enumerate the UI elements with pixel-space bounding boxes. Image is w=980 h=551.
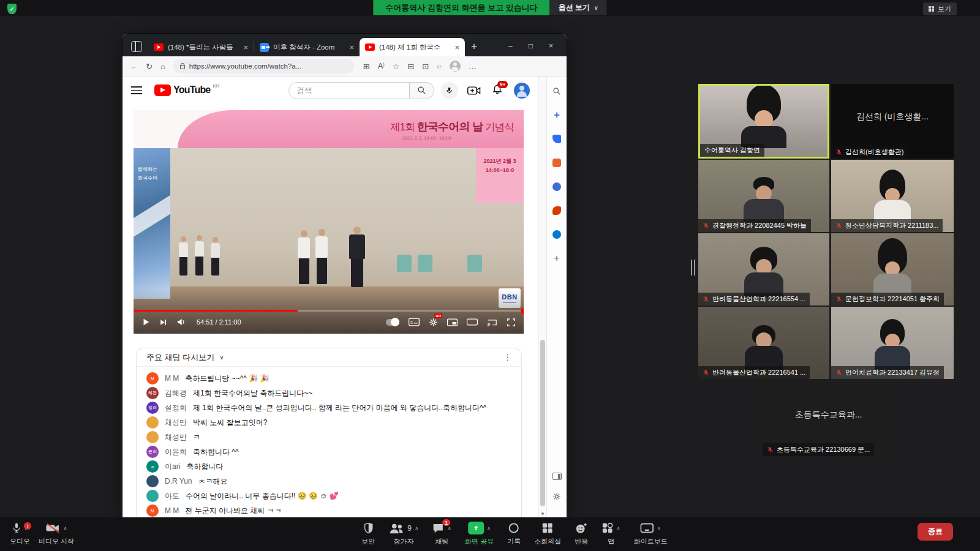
- youtube-avatar[interactable]: [514, 83, 530, 99]
- page-scrollbar[interactable]: ▼: [538, 77, 546, 517]
- apps-button[interactable]: ∧ 앱: [601, 517, 620, 546]
- penguin-avatar[interactable]: [146, 490, 159, 502]
- view-options-button[interactable]: 옵션 보기 ∨: [550, 0, 607, 15]
- search-button[interactable]: [410, 82, 434, 99]
- reactions-button[interactable]: 반응: [575, 517, 588, 546]
- voice-search-button[interactable]: [441, 82, 458, 99]
- subtitles-button[interactable]: [409, 318, 420, 326]
- cast-button[interactable]: [487, 318, 497, 326]
- chevron-up-icon[interactable]: ∧: [657, 525, 661, 531]
- participants-button[interactable]: 9 ∧ 참가자: [388, 517, 418, 546]
- office-icon[interactable]: [552, 206, 562, 216]
- tiger-avatar[interactable]: [146, 416, 159, 429]
- sidebar-panel-icon[interactable]: [552, 473, 562, 480]
- settings-gear-icon[interactable]: [552, 492, 561, 503]
- avatar[interactable]: 윤희: [146, 446, 159, 458]
- browser-profile-avatar[interactable]: [450, 61, 461, 72]
- chat-menu-icon[interactable]: ⋮: [503, 353, 511, 362]
- video-progress-bar[interactable]: [134, 310, 524, 312]
- search-icon[interactable]: [552, 86, 562, 96]
- chevron-up-icon[interactable]: ∧: [448, 525, 452, 531]
- favorites-icon[interactable]: ☆: [393, 62, 400, 70]
- more-menu-icon[interactable]: …: [469, 62, 477, 70]
- home-icon[interactable]: ⌂: [160, 62, 165, 70]
- new-tab-button[interactable]: +: [471, 40, 477, 53]
- window-maximize-button[interactable]: □: [529, 42, 533, 50]
- workspaces-icon[interactable]: [131, 41, 142, 52]
- panel-resize-handle[interactable]: [691, 260, 695, 276]
- games-icon[interactable]: [552, 182, 562, 192]
- chevron-up-icon[interactable]: ∧: [415, 525, 419, 531]
- start-video-button[interactable]: ∧ 비디오 시작: [39, 517, 74, 546]
- view-button[interactable]: 보기: [923, 2, 957, 15]
- back-icon[interactable]: ←: [130, 62, 138, 70]
- scroll-down-icon[interactable]: ▼: [539, 511, 546, 517]
- participant-tile[interactable]: 반려동물산업학과 22216541 ...: [698, 307, 829, 379]
- participant-tile[interactable]: 언어치료학과 22133417 김유정: [831, 307, 954, 379]
- browser-essentials-icon[interactable]: ℮: [437, 62, 442, 70]
- avatar[interactable]: M: [146, 504, 159, 517]
- tiger-avatar[interactable]: [146, 431, 159, 443]
- address-bar[interactable]: https://www.youtube.com/watch?a...: [173, 59, 354, 73]
- record-button[interactable]: 기록: [507, 517, 521, 546]
- scrollbar-thumb[interactable]: [540, 340, 545, 506]
- participant-tile[interactable]: 경찰행정학과 22082445 박하늘: [698, 160, 829, 232]
- chat-replay-header[interactable]: 주요 채팅 다시보기 ∨ ⋮: [137, 348, 521, 367]
- participant-tile-interpreter[interactable]: 수어통역사 김항연: [698, 84, 829, 159]
- copilot-icon[interactable]: +: [552, 110, 562, 120]
- participant-tile[interactable]: 김선희 (비호생활... 김선희(비호생활관): [831, 84, 954, 159]
- video-player[interactable]: 제1회 한국수어의 날 기념식 2021.2.3. 14:00~16:00 함께…: [134, 110, 524, 334]
- theater-mode-button[interactable]: [467, 318, 478, 326]
- notifications-button[interactable]: 9+: [492, 84, 503, 97]
- security-button[interactable]: 보안: [361, 517, 375, 546]
- breakout-rooms-button[interactable]: 소회의실: [534, 517, 561, 546]
- whiteboard-button[interactable]: ∧ 화이트보드: [634, 517, 668, 546]
- fullscreen-button[interactable]: [507, 318, 516, 327]
- search-input[interactable]: [288, 82, 410, 99]
- video-time: 54:51 / 2:11:00: [197, 318, 241, 326]
- avatar[interactable]: 혜경: [146, 387, 159, 399]
- window-minimize-button[interactable]: –: [508, 42, 513, 50]
- share-screen-button[interactable]: ∧ 화면 공유: [465, 517, 494, 546]
- chevron-up-icon[interactable]: ∧: [63, 525, 67, 531]
- chevron-up-icon[interactable]: ∧: [616, 525, 620, 531]
- end-meeting-button[interactable]: 종료: [918, 523, 953, 541]
- tab-youtube-active[interactable]: (148) 제 1회 한국수 ×: [360, 38, 465, 56]
- chat-button[interactable]: 1 ∧ 채팅: [432, 517, 452, 546]
- create-video-button[interactable]: [467, 86, 481, 96]
- window-close-button[interactable]: ×: [549, 42, 553, 50]
- tools-icon[interactable]: [552, 158, 562, 168]
- muted-mic-icon: [835, 296, 842, 302]
- close-tab-icon[interactable]: ×: [349, 43, 354, 52]
- read-aloud-icon[interactable]: A): [378, 62, 385, 70]
- avatar[interactable]: M: [146, 372, 159, 384]
- tab-youtube-1[interactable]: (148) *들리는 사람들 ×: [148, 38, 254, 56]
- audio-button[interactable]: ! ∧ 오디오: [10, 517, 30, 546]
- hamburger-menu-icon[interactable]: [131, 86, 142, 94]
- avatar[interactable]: a: [146, 460, 159, 473]
- volume-button[interactable]: [176, 317, 186, 327]
- avatar[interactable]: 정희: [146, 402, 159, 414]
- miniplayer-button[interactable]: [447, 318, 458, 326]
- participant-tile[interactable]: 문헌정보학과 22214051 황주희: [831, 233, 954, 305]
- participant-tile[interactable]: 반려동물산업학과 22216554 ...: [698, 233, 829, 305]
- outlook-icon[interactable]: [552, 230, 562, 239]
- youtube-logo[interactable]: YouTube KR: [154, 84, 220, 96]
- split-screen-icon[interactable]: ⊞: [363, 62, 370, 70]
- chevron-up-icon[interactable]: ∧: [487, 525, 491, 531]
- collections-icon[interactable]: ⊟: [407, 62, 414, 70]
- tab-actions-icon[interactable]: ⊡: [422, 62, 429, 70]
- participant-tile[interactable]: 청소년상담복지학과 2211183...: [831, 160, 954, 232]
- close-tab-icon[interactable]: ×: [243, 43, 248, 52]
- close-tab-icon[interactable]: ×: [454, 43, 459, 52]
- settings-button[interactable]: HD: [429, 318, 438, 327]
- earth-avatar[interactable]: [146, 475, 159, 487]
- next-button[interactable]: [159, 318, 167, 326]
- refresh-icon[interactable]: ↻: [146, 62, 153, 70]
- autoplay-toggle[interactable]: [386, 319, 399, 326]
- shopping-icon[interactable]: [552, 134, 562, 144]
- play-button[interactable]: [141, 318, 150, 326]
- tab-zoom[interactable]: 이후 참석자 - Zoom ×: [254, 38, 360, 56]
- add-sidebar-icon[interactable]: +: [552, 253, 562, 263]
- participant-tile[interactable]: 초등특수교육과... 초등특수교육과 22130669 문...: [763, 383, 894, 456]
